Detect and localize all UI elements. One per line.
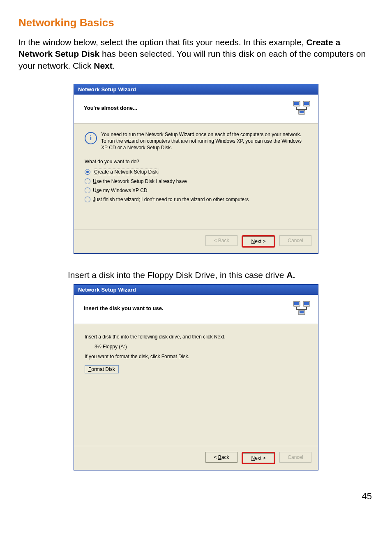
radio-icon xyxy=(85,178,90,184)
radio-icon xyxy=(85,169,90,175)
info-icon: i xyxy=(85,132,97,144)
wizard-header: You're almost done... xyxy=(74,95,318,124)
cancel-button: Cancel xyxy=(279,235,311,246)
instruction-line-2: If you want to format the disk, click Fo… xyxy=(85,354,307,359)
back-button[interactable]: < Back xyxy=(205,452,238,463)
svg-rect-1 xyxy=(294,102,299,105)
network-icon xyxy=(293,100,311,116)
next-accel: N xyxy=(251,455,255,461)
opt-accel: U xyxy=(93,178,97,184)
intro-text-1: In the window below, select the option t… xyxy=(18,37,306,47)
intro-paragraph: In the window below, select the option t… xyxy=(18,37,374,72)
wizard-window-1: Network Setup Wizard You're almost done.… xyxy=(74,84,318,254)
back-button: < Back xyxy=(205,235,238,246)
titlebar: Network Setup Wizard xyxy=(74,285,318,295)
next-rest: ext > xyxy=(255,455,265,461)
caption2-bold: A. xyxy=(286,270,295,280)
svg-rect-9 xyxy=(304,302,309,305)
radio-option-create-disk[interactable]: Create a Network Setup Disk xyxy=(85,169,307,175)
svg-rect-5 xyxy=(300,111,304,113)
opt-label: ust finish the wizard; I don't need to r… xyxy=(95,197,249,202)
opt-accel: C xyxy=(94,169,98,175)
titlebar: Network Setup Wizard xyxy=(74,84,318,95)
wizard-body: Insert a disk the into the following dis… xyxy=(74,324,318,446)
next-button[interactable]: Next > xyxy=(243,236,274,246)
back-prefix: < xyxy=(214,454,218,460)
instruction-line-1: Insert a disk the into the following dis… xyxy=(85,334,307,340)
info-text: You need to run the Network Setup Wizard… xyxy=(101,131,307,151)
wizard-footer: < Back Next > Cancel xyxy=(74,446,318,470)
wizard-header: Insert the disk you want to use. xyxy=(74,295,318,324)
radio-option-use-existing-disk[interactable]: Use the Network Setup Disk I already hav… xyxy=(85,178,307,184)
page-title: Networking Basics xyxy=(18,16,374,29)
caption2-text: Insert a disk into the Floppy Disk Drive… xyxy=(68,270,286,280)
radio-icon xyxy=(85,197,90,202)
svg-rect-11 xyxy=(300,311,304,313)
format-disk-button[interactable]: Format Disk xyxy=(85,365,119,373)
next-button-highlight: Next > xyxy=(242,235,275,248)
next-rest: ext > xyxy=(255,239,265,244)
intro-text-3: . xyxy=(113,61,115,70)
intro-bold-2: Next xyxy=(94,61,113,70)
wizard-heading: Insert the disk you want to use. xyxy=(84,305,164,311)
next-button-highlight: Next > xyxy=(242,452,275,464)
svg-rect-3 xyxy=(304,102,309,105)
opt-prefix: U xyxy=(93,188,97,193)
back-accel: B xyxy=(218,454,221,460)
page-number: 45 xyxy=(18,491,374,502)
cancel-button: Cancel xyxy=(279,452,311,463)
wizard-body: i You need to run the Network Setup Wiza… xyxy=(74,124,318,229)
drive-label: 3½ Floppy (A:) xyxy=(95,344,307,350)
wizard-question: What do you want to do? xyxy=(85,159,307,164)
opt-label: reate a Network Setup Disk xyxy=(98,169,158,175)
opt-label: se the Network Setup Disk I already have xyxy=(97,178,187,184)
next-accel: N xyxy=(251,239,255,244)
format-rest: ormat Disk xyxy=(91,366,115,372)
network-icon xyxy=(293,300,311,316)
radio-icon xyxy=(85,188,90,193)
next-button[interactable]: Next > xyxy=(243,453,274,463)
caption-insert-disk: Insert a disk into the Floppy Disk Drive… xyxy=(68,270,374,280)
opt-label: e my Windows XP CD xyxy=(99,188,148,193)
wizard-heading: You're almost done... xyxy=(84,105,137,111)
svg-rect-7 xyxy=(294,302,299,305)
back-rest: ack xyxy=(221,454,229,460)
wizard-footer: < Back Next > Cancel xyxy=(74,229,318,253)
radio-option-just-finish[interactable]: Just finish the wizard; I don't need to … xyxy=(85,197,307,202)
wizard-window-2: Network Setup Wizard Insert the disk you… xyxy=(74,284,318,470)
radio-option-use-xp-cd[interactable]: Use my Windows XP CD xyxy=(85,188,307,193)
